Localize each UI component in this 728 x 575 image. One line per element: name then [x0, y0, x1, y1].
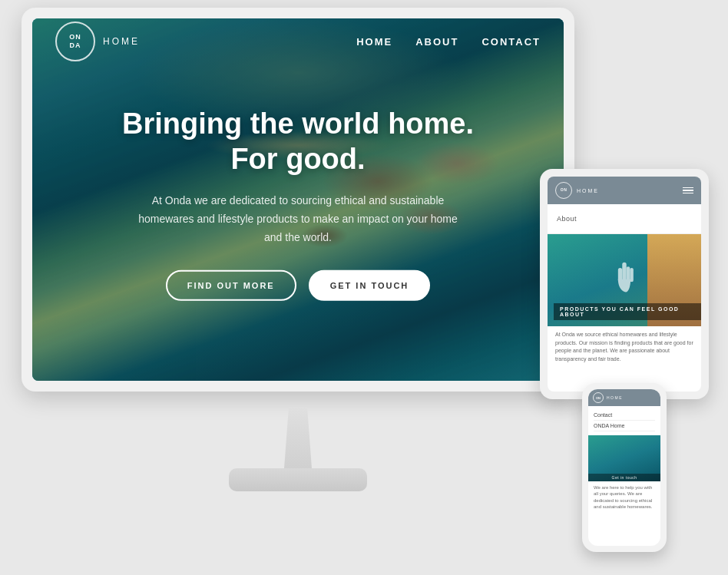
tablet-logo-text: ON: [561, 188, 568, 193]
phone-nav-contact[interactable]: Contact: [594, 410, 655, 421]
tablet-header: ON HOME: [548, 177, 701, 204]
tablet-device: ON HOME About: [540, 169, 709, 399]
phone-body-text: We are here to help you with all your qu…: [588, 481, 660, 514]
navigation: ON DA HOME HOME ABOUT CONTACT: [32, 18, 564, 64]
monitor-body: ON DA HOME HOME ABOUT CONTACT Bringing t…: [22, 8, 574, 392]
nav-links: HOME ABOUT CONTACT: [356, 36, 541, 48]
phone-home-label: HOME: [607, 395, 623, 400]
hamburger-line-1: [683, 187, 693, 189]
phone-content-image: Get in touch: [588, 435, 660, 481]
phone-logo: ON: [593, 392, 604, 403]
phone-nav-home[interactable]: ONDA Home: [594, 421, 655, 431]
hero-title: Bringing the world home. For good.: [75, 107, 521, 177]
tablet-body-text: At Onda we source ethical homewares and …: [548, 326, 701, 368]
hero-subtitle: At Onda we are dedicated to sourcing eth…: [129, 192, 467, 246]
hero-content: Bringing the world home. For good. At On…: [75, 107, 521, 301]
logo-circle: ON DA: [55, 21, 95, 61]
tablet-hamburger-icon[interactable]: [683, 187, 693, 194]
monitor-base: [229, 468, 367, 491]
tablet-screen: ON HOME About: [548, 177, 701, 392]
svg-rect-0: [622, 263, 626, 282]
tablet-section-label: PRODUCTS YOU CAN FEEL GOOD ABOUT: [554, 303, 701, 320]
nav-link-about[interactable]: ABOUT: [415, 36, 458, 48]
logo-home-label: HOME: [103, 36, 140, 47]
tablet-content-image: PRODUCTS YOU CAN FEEL GOOD ABOUT: [548, 234, 701, 326]
get-in-touch-button[interactable]: GET IN TOUCH: [309, 269, 431, 300]
phone-device: ON HOME Contact ONDA Home Get in touch W…: [582, 383, 667, 552]
hero-title-line2: For good.: [230, 142, 365, 174]
hamburger-line-2: [683, 190, 693, 191]
logo-text-line1: ON: [69, 33, 81, 41]
nav-link-home[interactable]: HOME: [356, 36, 392, 48]
monitor-neck: [275, 407, 321, 468]
tablet-logo: ON: [555, 182, 572, 199]
tablet-nav-about[interactable]: About: [557, 212, 692, 226]
hand-icon: [609, 261, 640, 299]
phone-header: ON HOME: [588, 389, 660, 406]
phone-nav-section: Contact ONDA Home: [588, 406, 660, 435]
phone-logo-text: ON: [596, 396, 601, 400]
phone-screen: ON HOME Contact ONDA Home Get in touch W…: [588, 389, 660, 546]
hero-buttons: FIND OUT MORE GET IN TOUCH: [75, 269, 521, 300]
find-out-more-button[interactable]: FIND OUT MORE: [166, 269, 296, 300]
hamburger-line-3: [683, 193, 693, 194]
nav-link-contact[interactable]: CONTACT: [481, 36, 541, 48]
scene: ON DA HOME HOME ABOUT CONTACT Bringing t…: [0, 0, 728, 575]
logo-text-line2: DA: [70, 41, 81, 50]
tablet-nav-open: About: [548, 204, 701, 234]
hero-title-line1: Bringing the world home.: [122, 107, 474, 140]
tablet-home-label: HOME: [577, 188, 599, 193]
desktop-monitor: ON DA HOME HOME ABOUT CONTACT Bringing t…: [22, 8, 574, 530]
phone-overlay-text: Get in touch: [588, 474, 660, 481]
monitor-screen: ON DA HOME HOME ABOUT CONTACT Bringing t…: [32, 18, 564, 381]
